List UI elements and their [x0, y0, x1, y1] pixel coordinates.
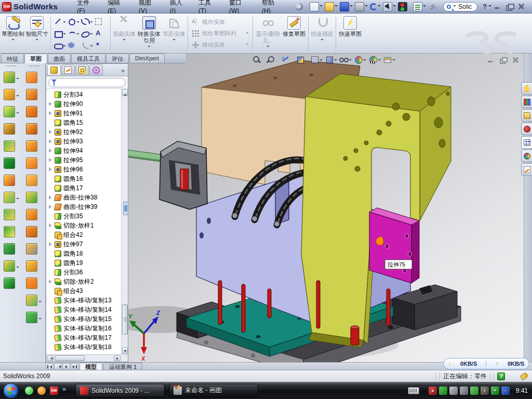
feature-tree-item[interactable]: 拉伸97: [48, 240, 128, 249]
feature-tree-item[interactable]: 拉伸93: [48, 137, 128, 146]
parting-surface-icon[interactable]: [26, 257, 42, 274]
rectangle-icon[interactable]: [54, 28, 67, 39]
dropdown-caret-icon[interactable]: [320, 59, 323, 62]
trim-surface-icon[interactable]: [26, 291, 42, 309]
dropdown-caret-icon[interactable]: [378, 5, 381, 8]
toolbar-grip[interactable]: [28, 65, 39, 67]
property-manager-tab[interactable]: [61, 64, 75, 75]
expand-arrow-icon[interactable]: [48, 102, 52, 106]
feature-tree-item[interactable]: 圆角15: [48, 118, 128, 127]
dropdown-caret-icon[interactable]: [63, 33, 66, 36]
scrollbar-thumb[interactable]: [122, 304, 128, 335]
dropdown-caret-icon[interactable]: [16, 198, 19, 201]
expand-arrow-icon[interactable]: [48, 149, 52, 153]
solidworks-resources-tab[interactable]: [521, 82, 532, 95]
dropdown-caret-icon[interactable]: [246, 44, 249, 47]
document-tab[interactable]: 运动算例 1: [103, 363, 142, 370]
feature-tree-item[interactable]: 拉伸96: [48, 165, 128, 174]
keyboard-layout-icon[interactable]: [408, 387, 419, 394]
dropdown-caret-icon[interactable]: [16, 78, 19, 81]
radiate-surface-icon[interactable]: [4, 120, 19, 137]
zoom-area-icon[interactable]: [267, 55, 279, 64]
expand-arrow-icon[interactable]: [48, 167, 52, 171]
feature-tree-item[interactable]: 拉伸94: [48, 146, 128, 155]
magenta-insert-block[interactable]: [369, 208, 419, 283]
windows-update-icon[interactable]: [449, 387, 458, 395]
sketch-button[interactable]: 草图绘制: [1, 15, 25, 52]
dropdown-caret-icon[interactable]: [123, 39, 126, 42]
toolbar-overflow-text[interactable]: 少..: [430, 3, 438, 10]
select-icon[interactable]: [383, 2, 397, 11]
feature-tree-item[interactable]: 圆角18: [48, 249, 128, 258]
knit-surface-icon[interactable]: [4, 137, 19, 154]
expand-arrow-icon[interactable]: [48, 223, 52, 228]
boss-feature-icon[interactable]: [4, 206, 19, 223]
print-icon[interactable]: [355, 2, 369, 11]
boundary-surface-icon[interactable]: [26, 137, 42, 154]
view-settings-icon[interactable]: [383, 55, 395, 64]
mid-surface-icon[interactable]: [26, 171, 42, 189]
expand-arrow-icon[interactable]: [48, 111, 52, 115]
expand-arrow-icon[interactable]: [48, 280, 52, 284]
tree-horizontal-scrollbar[interactable]: [46, 354, 128, 362]
hide-show-items-icon[interactable]: [339, 55, 352, 64]
start-button[interactable]: [3, 383, 19, 398]
dropdown-caret-icon[interactable]: [349, 59, 352, 62]
scroll-right-button[interactable]: [114, 355, 121, 361]
feature-tree-item[interactable]: 曲面-拉伸38: [48, 193, 128, 202]
dropdown-caret-icon[interactable]: [172, 39, 176, 42]
rapid-sketch-button[interactable]: 快速草图: [338, 15, 363, 52]
feature-tree-item[interactable]: 圆角16: [48, 174, 128, 183]
minimize-button[interactable]: [493, 3, 502, 10]
scroll-down-button[interactable]: [122, 347, 128, 354]
antivirus-icon[interactable]: [439, 387, 447, 395]
feature-tree-item[interactable]: 曲面-拉伸39: [48, 202, 128, 211]
file-explorer-tab[interactable]: [521, 109, 532, 122]
feature-tree-item[interactable]: 分割34: [48, 90, 128, 99]
command-manager-tab[interactable]: 曲面: [48, 54, 71, 63]
previous-tab-button[interactable]: [54, 363, 62, 369]
move-entities-button[interactable]: 移动实体: [192, 40, 249, 50]
search-input[interactable]: Solic: [458, 3, 472, 10]
restore-button[interactable]: [505, 3, 514, 10]
feature-tree-item[interactable]: 切除-放样2: [48, 277, 128, 286]
quick-launch-overflow-icon[interactable]: »: [62, 385, 66, 393]
display-style-icon[interactable]: [325, 55, 337, 64]
ruled-surface-icon[interactable]: [26, 274, 42, 291]
save-icon[interactable]: [340, 2, 354, 11]
helix-icon[interactable]: [4, 274, 19, 291]
dimxpert-manager-tab[interactable]: [89, 64, 103, 75]
undo-icon[interactable]: [370, 3, 382, 10]
feature-manager-tab[interactable]: [47, 64, 61, 75]
dropdown-caret-icon[interactable]: [365, 5, 368, 8]
repair-sketch-button[interactable]: 修复草图: [282, 15, 307, 52]
view-palette-tab[interactable]: [521, 136, 532, 149]
quick-tips-button[interactable]: ?: [497, 373, 505, 380]
dropdown-caret-icon[interactable]: [320, 5, 323, 8]
planar-surface-icon[interactable]: [4, 86, 19, 103]
dropdown-caret-icon[interactable]: [267, 46, 270, 49]
document-minimize-button[interactable]: [487, 57, 495, 63]
support-cylinder[interactable]: [351, 327, 359, 345]
last-tab-button[interactable]: [71, 363, 78, 369]
thicken-icon[interactable]: [4, 154, 19, 171]
dropdown-caret-icon[interactable]: [378, 59, 381, 62]
dropdown-caret-icon[interactable]: [90, 45, 93, 48]
ellipse-icon[interactable]: [81, 28, 94, 39]
command-manager-tab[interactable]: 评估: [106, 54, 129, 63]
dropdown-caret-icon[interactable]: [392, 59, 395, 62]
lofted-surface-icon[interactable]: [26, 120, 42, 137]
dropdown-caret-icon[interactable]: [90, 33, 93, 36]
dropdown-caret-icon[interactable]: [350, 5, 353, 8]
configuration-manager-tab[interactable]: [75, 64, 89, 75]
untrim-surface-icon[interactable]: [26, 240, 42, 257]
dropdown-caret-icon[interactable]: [38, 318, 42, 321]
dropdown-caret-icon[interactable]: [35, 39, 38, 42]
delete-face-icon[interactable]: [4, 171, 19, 189]
extruded-surface-icon[interactable]: [26, 69, 42, 86]
scrollbar-thumb[interactable]: [55, 355, 85, 361]
graphics-viewport[interactable]: 拉伸75 Z Y X: [128, 54, 524, 362]
help-button[interactable]: ?: [483, 3, 487, 10]
expand-arrow-icon[interactable]: [48, 205, 52, 209]
dropdown-caret-icon[interactable]: [16, 95, 19, 98]
